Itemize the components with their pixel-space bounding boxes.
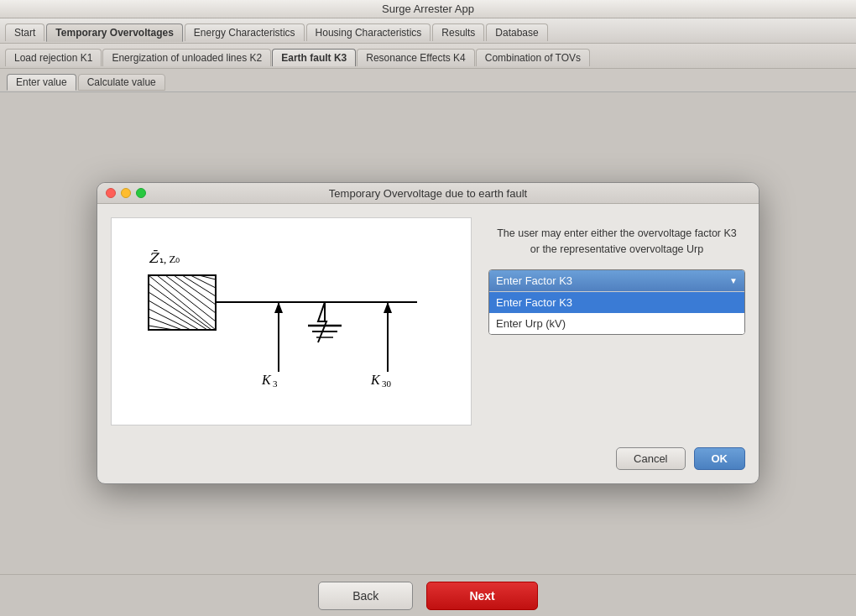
maximize-button[interactable] [136,188,146,198]
sub-tab-earth-fault[interactable]: Earth fault K3 [272,49,356,66]
modal-titlebar: Temporary Overvoltage due to earth fault [97,183,759,204]
tab-temporary-overvoltages[interactable]: Temporary Overvoltages [46,23,183,42]
tab-database[interactable]: Database [486,23,547,41]
dropdown-option-k3[interactable]: Enter Factor K3 [489,292,744,313]
modal-dialog: Temporary Overvoltage due to earth fault… [97,182,759,484]
modal-footer: Cancel OK [97,439,759,483]
dropdown-header[interactable]: Enter Factor K3 ▼ [489,270,744,291]
dropdown-option-urp[interactable]: Enter Urp (kV) [489,313,744,334]
inner-tab-calculate-value[interactable]: Calculate value [78,74,165,91]
description-line1: The user may enter either the overvoltag… [497,227,737,239]
svg-text:K: K [370,373,381,387]
svg-text:3: 3 [273,378,278,389]
svg-line-10 [149,284,211,330]
traffic-lights [106,188,146,198]
sub-tabs: Load rejection K1 Energization of unload… [0,44,856,69]
sub-tab-combination[interactable]: Combination of TOVs [476,49,590,66]
inner-tab-enter-value[interactable]: Enter value [7,74,76,91]
svg-text:₁, Z₀: ₁, Z₀ [159,253,180,265]
app-title: Surge Arrester App [382,3,474,15]
circuit-diagram: Z̄ ₁, Z₀ [132,238,451,405]
inner-tabs: Enter value Calculate value [0,69,856,92]
bottom-navigation: Back Next [0,574,856,616]
svg-text:K: K [261,373,272,387]
menu-tabs: Start Temporary Overvoltages Energy Char… [0,18,856,44]
svg-marker-18 [274,302,283,313]
dropdown-options-list: Enter Factor K3 Enter Urp (kV) [489,291,744,334]
svg-line-8 [191,275,216,288]
right-panel: The user may enter either the overvoltag… [488,217,745,425]
tab-results[interactable]: Results [432,23,484,41]
next-button[interactable]: Next [426,582,537,610]
main-content: Temporary Overvoltage due to earth fault… [0,92,856,574]
svg-line-3 [149,275,216,330]
title-bar: Surge Arrester App [0,0,856,18]
sub-tab-energization[interactable]: Energization of unloaded lines K2 [102,49,271,66]
svg-text:30: 30 [382,378,392,389]
dropdown-arrow-icon: ▼ [729,276,738,285]
svg-text:Z̄: Z̄ [149,250,160,265]
tab-start[interactable]: Start [5,23,44,41]
modal-body: Z̄ ₁, Z₀ [97,204,759,439]
dropdown-selected-value: Enter Factor K3 [496,274,572,287]
modal-overlay: Temporary Overvoltage due to earth fault… [0,92,856,574]
sub-tab-load-rejection[interactable]: Load rejection K1 [5,49,102,66]
back-button[interactable]: Back [318,582,413,610]
sub-tab-resonance[interactable]: Resonance Effects K4 [357,49,475,66]
diagram-area: Z̄ ₁, Z₀ [111,217,472,425]
svg-marker-24 [384,302,392,313]
tab-energy-characteristics[interactable]: Energy Characteristics [185,23,305,41]
description-text: The user may enter either the overvoltag… [488,226,745,258]
minimize-button[interactable] [121,188,131,198]
ok-button[interactable]: OK [694,447,746,470]
cancel-button[interactable]: Cancel [616,447,685,470]
modal-title: Temporary Overvoltage due to earth fault [329,187,527,200]
close-button[interactable] [106,188,116,198]
tab-housing-characteristics[interactable]: Housing Characteristics [306,23,431,41]
description-line2: or the representative overvoltage Urp [530,243,703,255]
dropdown-box: Enter Factor K3 ▼ Enter Factor K3 Enter … [488,269,745,335]
svg-line-6 [174,275,216,305]
svg-line-11 [149,292,207,330]
dropdown-container[interactable]: Enter Factor K3 ▼ Enter Factor K3 Enter … [488,269,745,335]
